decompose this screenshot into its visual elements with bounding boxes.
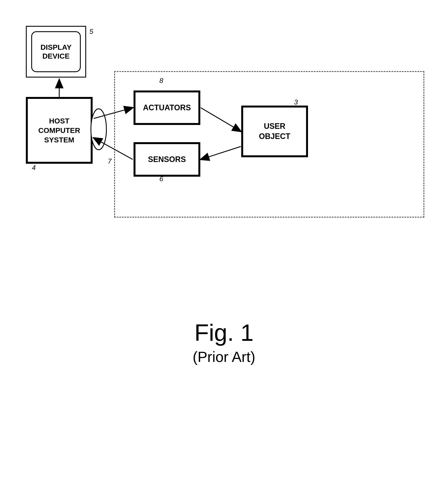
sensors-box: SENSORS [134, 142, 200, 177]
diagram-area: DISPLAYDEVICE 5 HOSTCOMPUTERSYSTEM 4 ACT… [13, 13, 435, 314]
actuators-label: ACTUATORS [143, 103, 191, 112]
ref-label-6: 6 [159, 175, 163, 183]
svg-point-3 [91, 109, 106, 150]
ref-label-5: 5 [89, 28, 93, 36]
figure-number: Fig. 1 [0, 319, 448, 346]
host-computer-box: HOSTCOMPUTERSYSTEM [26, 97, 93, 164]
ref-label-7: 7 [108, 157, 112, 165]
ref-label-4: 4 [32, 164, 36, 172]
sensors-label: SENSORS [148, 155, 186, 164]
figure-subtitle: (Prior Art) [0, 348, 448, 365]
display-device-box: DISPLAYDEVICE [26, 26, 86, 78]
user-object-label: USEROBJECT [259, 121, 290, 142]
figure-caption: Fig. 1 (Prior Art) [0, 319, 448, 365]
host-computer-label: HOSTCOMPUTERSYSTEM [38, 116, 80, 145]
ref-label-3: 3 [294, 98, 298, 106]
actuators-box: ACTUATORS [134, 90, 200, 125]
user-object-box: USEROBJECT [241, 105, 308, 157]
ref-label-8: 8 [159, 77, 163, 85]
display-device-label: DISPLAYDEVICE [40, 43, 72, 61]
